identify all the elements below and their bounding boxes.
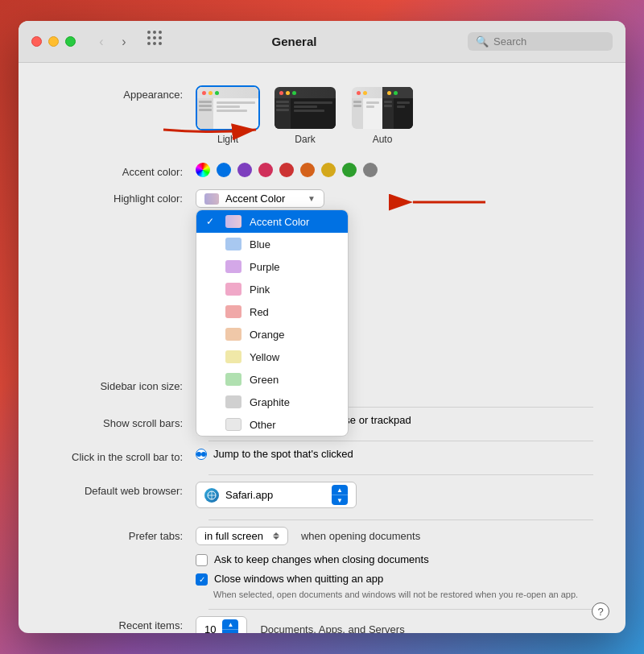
grid-dot [153,31,156,34]
grid-dot [159,31,162,34]
help-button[interactable]: ? [592,602,609,620]
close-windows-checkbox[interactable]: ✓ [196,573,208,586]
maximize-button[interactable] [65,36,76,47]
highlight-option-purple[interactable]: Purple [196,255,348,278]
recent-stepper-down[interactable]: ▼ [222,630,238,633]
accent-red[interactable] [279,163,294,177]
close-button[interactable] [31,36,42,47]
ask-changes-label: Ask to keep changes when closing documen… [214,553,429,565]
option-swatch [225,283,242,296]
dark-label: Dark [295,134,315,145]
accent-yellow[interactable] [321,163,336,177]
highlight-option-blue[interactable]: Blue [196,233,348,255]
click-scroll-label: Click in the scroll bar to: [51,448,196,463]
divider-4 [208,519,593,520]
browser-stepper-up[interactable]: ▲ [332,485,348,495]
divider-3 [208,474,593,475]
option-swatch [225,328,242,341]
option-label: Accent Color [250,216,309,228]
option-swatch [225,238,242,250]
recent-items-select[interactable]: 10 ▲ ▼ [196,616,247,633]
close-windows-spacer [51,573,196,576]
divider-5 [208,609,593,610]
highlight-option-other[interactable]: Other [196,413,348,436]
highlight-option-green[interactable]: Green [196,368,348,391]
back-button[interactable]: ‹ [92,32,111,52]
appearance-light[interactable]: Light [196,85,260,145]
highlight-option-pink[interactable]: Pink [196,278,348,300]
option-label: Purple [250,261,280,273]
appearance-row: Appearance: [51,85,593,145]
accent-color-row: Accent color: [51,163,593,178]
highlight-color-label: Highlight color: [51,189,196,205]
auto-thumbnail[interactable] [350,85,415,130]
recent-items-content: 10 ▲ ▼ Documents, Apps, and Servers [196,616,593,633]
close-windows-content: ✓ Close windows when quitting an app Whe… [196,573,593,601]
browser-stepper[interactable]: ▲ ▼ [332,485,348,505]
highlight-option-yellow[interactable]: Yellow [196,346,348,368]
accent-pink[interactable] [258,163,273,177]
traffic-lights [31,36,76,47]
sidebar-icon-label: Sidebar icon size: [51,377,196,392]
tabs-stepper[interactable] [273,532,279,540]
dark-thumbnail[interactable] [273,85,337,130]
close-windows-row: ✓ Close windows when quitting an app Whe… [51,573,593,601]
dropdown-arrow-icon: ▼ [308,194,316,203]
search-box[interactable]: 🔍 [468,32,613,51]
option-label: Pink [250,284,270,296]
highlight-dropdown[interactable]: Accent Color ▼ ✓ Accent Color [196,189,324,208]
recent-items-stepper[interactable]: ▲ ▼ [222,619,238,633]
highlight-dropdown-menu: ✓ Accent Color Blue Purple [196,209,349,437]
option-label: Orange [250,329,284,341]
divider-2 [208,441,593,441]
highlight-option-red[interactable]: Red [196,300,348,323]
close-windows-checkbox-row[interactable]: ✓ Close windows when quitting an app [196,573,383,586]
browser-stepper-down[interactable]: ▼ [332,495,348,505]
highlight-swatch [204,193,219,205]
stepper-up-icon [273,532,279,536]
minimize-button[interactable] [48,36,59,47]
light-thumbnail[interactable] [196,85,260,130]
ask-changes-checkbox[interactable] [196,554,208,566]
search-input[interactable] [493,35,590,48]
accent-blue[interactable] [217,163,231,177]
ask-changes-content: Ask to keep changes when closing documen… [196,553,593,566]
light-label: Light [217,134,238,145]
recent-stepper-up[interactable]: ▲ [222,619,238,629]
close-windows-subtext: When selected, open documents and window… [213,589,578,601]
option-swatch [225,260,242,273]
click-scroll-spot[interactable]: Jump to the spot that's clicked [196,448,353,460]
click-scroll-options: Jump to the spot that's clicked [196,448,593,460]
highlight-color-content: Accent Color ▼ ✓ Accent Color [196,189,593,208]
highlight-option-orange[interactable]: Orange [196,323,348,346]
option-label: Other [250,419,276,431]
accent-purple[interactable] [237,163,252,177]
browser-row: Default web browser: Safari.app ▲ [51,482,593,508]
appearance-auto[interactable]: Auto [350,85,415,145]
safari-svg [207,490,217,500]
accent-green[interactable] [342,163,357,177]
prefer-tabs-content: in full screen when opening documents [196,527,593,545]
appearance-label: Appearance: [51,85,196,101]
option-swatch [225,373,242,386]
nav-buttons: ‹ › [92,32,134,52]
option-label: Red [250,306,269,318]
recent-items-sublabel: Documents, Apps, and Servers [260,623,404,633]
prefer-tabs-select[interactable]: in full screen [196,527,288,545]
accent-orange[interactable] [300,163,315,177]
option-label: Blue [250,238,270,250]
highlight-dropdown-trigger[interactable]: Accent Color ▼ [196,189,324,208]
browser-content: Safari.app ▲ ▼ [196,482,593,508]
ask-changes-row: Ask to keep changes when closing documen… [51,553,593,566]
highlight-option-graphite[interactable]: Graphite [196,391,348,413]
option-label: Graphite [250,396,290,408]
option-swatch [225,418,242,431]
accent-graphite[interactable] [363,163,378,177]
highlight-option-accent[interactable]: ✓ Accent Color [196,210,348,233]
browser-select[interactable]: Safari.app ▲ ▼ [196,482,357,508]
ask-changes-checkbox-row[interactable]: Ask to keep changes when closing documen… [196,553,429,566]
accent-multicolor[interactable] [196,163,210,177]
window-title: General [130,35,458,48]
appearance-dark[interactable]: Dark [273,85,337,145]
radio-button[interactable] [196,449,207,460]
